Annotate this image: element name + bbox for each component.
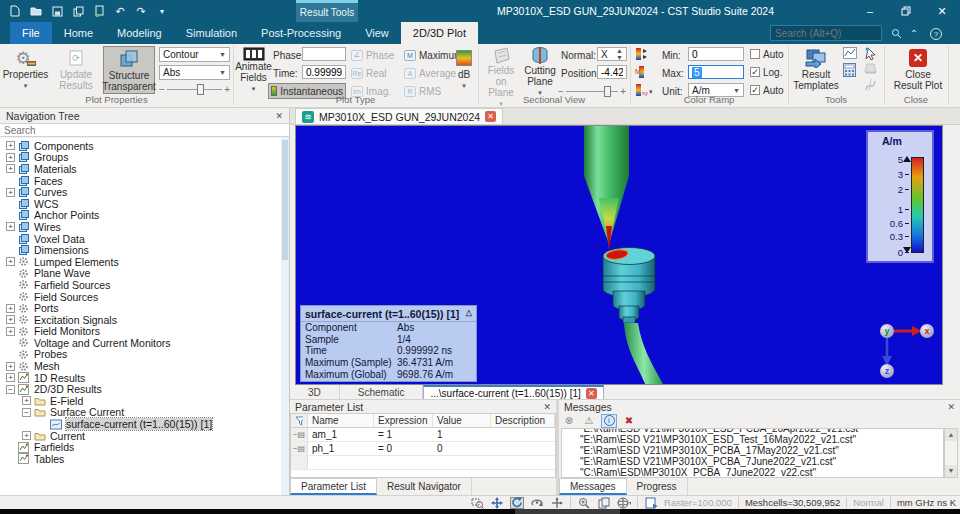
tree-item-label[interactable]: Farfield Sources bbox=[34, 279, 110, 291]
tree-item-label[interactable]: surface-current (t=1..60(15)) [1] bbox=[66, 418, 212, 430]
tree-item[interactable]: +Materials bbox=[0, 163, 281, 175]
tree-item-label[interactable]: Mesh bbox=[34, 360, 60, 372]
panel-tab-messages[interactable]: Messages bbox=[559, 478, 627, 495]
tree-expander-icon[interactable]: + bbox=[6, 315, 15, 324]
fields-on-plane-button[interactable]: Fields on Plane▾ bbox=[482, 46, 520, 94]
tree-item-label[interactable]: Farfields bbox=[34, 441, 74, 453]
warnings-filter-icon[interactable]: ⚠ bbox=[581, 414, 597, 428]
search-icon[interactable] bbox=[888, 26, 904, 41]
tree-item[interactable]: Farfields bbox=[0, 441, 281, 453]
parameter-row[interactable]: −▤am_1= 11 bbox=[291, 428, 555, 442]
pick-tool-icon[interactable] bbox=[864, 47, 877, 60]
tree-item[interactable]: +Field Monitors bbox=[0, 326, 281, 338]
tree-expander-icon[interactable]: + bbox=[6, 373, 15, 382]
help-icon[interactable]: ? bbox=[928, 26, 944, 41]
tree-item[interactable]: Plane Wave bbox=[0, 268, 281, 280]
tree-item[interactable]: Faces bbox=[0, 175, 281, 187]
info-filter-icon[interactable]: i bbox=[601, 414, 617, 428]
contextual-tab-result-tools[interactable]: Result Tools bbox=[296, 0, 358, 22]
tree-expander-icon[interactable]: + bbox=[6, 362, 15, 371]
tree-item[interactable]: Field Sources bbox=[0, 291, 281, 303]
max-input[interactable]: 5 bbox=[688, 65, 744, 79]
tree-item[interactable]: +1D Results bbox=[0, 372, 281, 384]
view-tab[interactable]: Schematic bbox=[340, 385, 424, 399]
tree-item[interactable]: WCS bbox=[0, 198, 281, 210]
tree-item[interactable]: Anchor Points bbox=[0, 210, 281, 222]
minimize-button[interactable]: – bbox=[852, 0, 888, 22]
clear-messages-icon[interactable]: ✖ bbox=[621, 414, 637, 428]
tree-item-label[interactable]: Components bbox=[34, 140, 94, 152]
zoom-select-icon[interactable] bbox=[470, 497, 484, 509]
tree-expander-icon[interactable]: + bbox=[6, 304, 15, 313]
tree-item-label[interactable]: Plane Wave bbox=[34, 267, 90, 279]
tree-expander-icon[interactable]: + bbox=[6, 164, 15, 173]
tree-search-input[interactable] bbox=[0, 125, 289, 136]
menu-tab-modeling[interactable]: Modeling bbox=[105, 22, 174, 44]
average-button[interactable]: AAverage bbox=[404, 66, 456, 80]
open-file-icon[interactable] bbox=[29, 4, 43, 18]
tree-expander-icon[interactable]: + bbox=[6, 153, 15, 162]
tree-item[interactable]: +Current bbox=[0, 430, 281, 442]
panel-tab-result-navigator[interactable]: Result Navigator bbox=[377, 478, 472, 495]
tree-item[interactable]: Voxel Data bbox=[0, 233, 281, 245]
tree-item-label[interactable]: Probes bbox=[34, 348, 67, 360]
projector-tool-icon[interactable] bbox=[864, 63, 877, 74]
tree-expander-icon[interactable]: + bbox=[6, 222, 15, 231]
message-scrollbar[interactable]: ▲▼ bbox=[944, 428, 958, 478]
tree-scrollbar[interactable] bbox=[281, 138, 289, 495]
close-result-plot-button[interactable]: ✕ Close Result Plot bbox=[890, 46, 946, 94]
properties-button[interactable]: ⚙ Properties▾ bbox=[2, 46, 49, 94]
scroll-down-icon[interactable]: ▼ bbox=[945, 465, 957, 477]
update-results-button[interactable]: ⟳ Update Results bbox=[51, 46, 101, 94]
units-status[interactable]: mm GHz ns K bbox=[897, 497, 956, 508]
collapse-ribbon-icon[interactable]: ⌃ bbox=[906, 26, 922, 41]
tree-item-label[interactable]: Surface Current bbox=[50, 406, 124, 418]
min-input[interactable] bbox=[688, 47, 744, 61]
tree-item-label[interactable]: 2D/3D Results bbox=[34, 383, 102, 395]
save-icon[interactable] bbox=[50, 4, 64, 18]
tree-item-label[interactable]: Dimensions bbox=[34, 244, 89, 256]
close-tab-icon[interactable]: ✕ bbox=[485, 111, 496, 122]
tree-item[interactable]: Probes bbox=[0, 349, 281, 361]
tree-expander-icon[interactable]: + bbox=[6, 188, 15, 197]
tree-item-label[interactable]: Materials bbox=[34, 163, 77, 175]
db-button[interactable]: dB▾ bbox=[453, 46, 475, 94]
scroll-up-icon[interactable]: ▲ bbox=[945, 429, 957, 441]
tree-item[interactable]: +Groups bbox=[0, 152, 281, 164]
time-input[interactable] bbox=[302, 65, 346, 79]
tree-item-label[interactable]: E-Field bbox=[50, 395, 83, 407]
tree-item-label[interactable]: Groups bbox=[34, 151, 68, 163]
curve-tool-icon[interactable] bbox=[864, 78, 877, 92]
new-file-icon[interactable] bbox=[8, 4, 22, 18]
restore-button[interactable] bbox=[888, 0, 924, 22]
tree-item-label[interactable]: Excitation Signals bbox=[34, 314, 117, 326]
qat-more-icon[interactable]: ▾ bbox=[155, 4, 169, 18]
tree-item-label[interactable]: Curves bbox=[34, 186, 67, 198]
3d-viewport[interactable]: A/m 53210.60.30 surface-current (t=1..60… bbox=[295, 125, 943, 385]
close-navigation-tree-icon[interactable]: ✕ bbox=[275, 111, 283, 121]
tree-item-label[interactable]: Field Monitors bbox=[34, 325, 100, 337]
tree-item[interactable]: +Wires bbox=[0, 221, 281, 233]
real-button[interactable]: ReReal bbox=[351, 66, 387, 80]
tree-item[interactable]: Farfield Sources bbox=[0, 279, 281, 291]
pages-icon[interactable] bbox=[597, 497, 611, 509]
rotate-icon[interactable] bbox=[510, 497, 524, 509]
tree-item[interactable]: Dimensions bbox=[0, 244, 281, 256]
zoom-in-icon[interactable] bbox=[577, 497, 591, 509]
view-tab[interactable]: ...\surface-current (t=1..60(15)) [1]✕ bbox=[423, 385, 603, 399]
redo-icon[interactable]: ↷ bbox=[134, 4, 148, 18]
tree-item-label[interactable]: Faces bbox=[34, 175, 63, 187]
log-checkbox[interactable]: ✓Log. bbox=[750, 65, 782, 79]
component-select[interactable]: Abs▼ bbox=[159, 65, 230, 80]
close-parameter-list-icon[interactable]: ✕ bbox=[543, 402, 551, 412]
collapse-info-icon[interactable]: △ bbox=[466, 308, 472, 320]
phase-input[interactable] bbox=[302, 47, 346, 61]
import-icon[interactable] bbox=[92, 4, 106, 18]
tree-item-label[interactable]: 1D Results bbox=[34, 372, 85, 384]
result-templates-button[interactable]: Result Templates bbox=[792, 46, 840, 94]
color-ramp-icon-1[interactable] bbox=[634, 47, 648, 61]
view-options-icon[interactable] bbox=[617, 497, 631, 509]
tree-item-label[interactable]: Wires bbox=[34, 221, 61, 233]
normal-select[interactable]: X▲▼ bbox=[597, 47, 627, 61]
tree-expander-icon[interactable]: + bbox=[6, 141, 15, 150]
